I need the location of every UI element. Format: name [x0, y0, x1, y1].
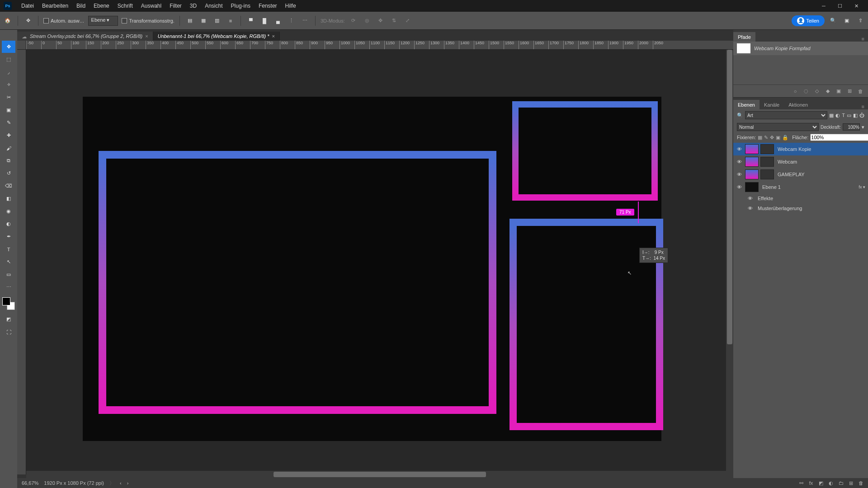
effect-item[interactable]: 👁Musterüberlagerung: [733, 203, 868, 213]
artboard[interactable]: 71 Px: [83, 97, 661, 441]
clone-stamp-tool[interactable]: ⧉: [2, 155, 15, 167]
workspace-icon[interactable]: ▣: [842, 16, 852, 26]
align-top-icon[interactable]: ▀: [246, 16, 256, 26]
menu-ebene[interactable]: Ebene: [90, 3, 113, 9]
distribute-v-icon[interactable]: ⋮: [287, 16, 297, 26]
menu-auswahl[interactable]: Auswahl: [137, 3, 165, 9]
lock-pixels-icon[interactable]: ▦: [758, 134, 762, 141]
opacity-dropdown-icon[interactable]: ▾: [862, 124, 864, 130]
selection-to-path-icon[interactable]: ◆: [824, 87, 832, 95]
move-tool[interactable]: ✥: [2, 41, 15, 53]
minimize-button[interactable]: ─: [816, 0, 832, 12]
lock-position-icon[interactable]: ✎: [764, 134, 768, 141]
auto-select-target-dropdown[interactable]: Ebene ▾: [88, 16, 118, 26]
layer-name[interactable]: Ebene 1: [760, 184, 857, 190]
ruler-origin[interactable]: [17, 41, 26, 50]
new-group-icon[interactable]: 🗀: [837, 479, 844, 487]
delete-layer-icon[interactable]: 🗑: [857, 479, 864, 487]
tab-kanäle[interactable]: Kanäle: [760, 100, 784, 109]
home-icon[interactable]: 🏠: [3, 16, 13, 26]
layer-style-icon[interactable]: fx: [807, 479, 815, 487]
eyedropper-tool[interactable]: ✎: [2, 117, 15, 129]
add-mask-icon[interactable]: ◩: [817, 479, 825, 487]
foreground-color[interactable]: [2, 297, 10, 305]
layer-thumbnail[interactable]: [745, 157, 759, 167]
type-tool[interactable]: T: [2, 243, 15, 255]
rectangle-tool[interactable]: ▭: [2, 268, 15, 281]
frame-tool[interactable]: ▣: [2, 104, 15, 116]
menu-ansicht[interactable]: Ansicht: [201, 3, 226, 9]
adjustment-layer-icon[interactable]: ◐: [827, 479, 835, 487]
menu-fenster[interactable]: Fenster: [255, 3, 281, 9]
status-next-icon[interactable]: ›: [127, 480, 129, 486]
search-icon[interactable]: 🔍: [828, 16, 838, 26]
menu-plug-ins[interactable]: Plug-ins: [227, 3, 255, 9]
lasso-tool[interactable]: ◞: [2, 66, 15, 78]
filter-toggle-icon[interactable]: ⏻: [859, 113, 864, 118]
layer-name[interactable]: Webcam Kopie: [776, 146, 866, 152]
delete-path-icon[interactable]: 🗑: [856, 87, 864, 95]
align-center-h-icon[interactable]: ▦: [198, 16, 208, 26]
search-icon[interactable]: 🔍: [737, 113, 743, 118]
lock-all-icon[interactable]: 🔒: [782, 134, 788, 141]
panel-menu-icon[interactable]: ≡: [858, 36, 868, 42]
path-to-selection-icon[interactable]: ◇: [813, 87, 821, 95]
gradient-tool[interactable]: ◧: [2, 192, 15, 205]
close-tab-icon[interactable]: ×: [145, 33, 148, 39]
panel-menu-icon[interactable]: ≡: [858, 104, 868, 109]
color-swatches[interactable]: [2, 297, 15, 310]
layer-filter-dropdown[interactable]: Art: [745, 111, 827, 119]
align-center-v-icon[interactable]: █: [259, 16, 269, 26]
lock-move-icon[interactable]: ✥: [770, 134, 774, 141]
fx-badge[interactable]: fx ▾: [859, 185, 866, 189]
frame-gameplay[interactable]: [99, 151, 496, 414]
share-button[interactable]: 👤Teilen: [792, 15, 825, 26]
path-selection-tool[interactable]: ↖: [2, 256, 15, 268]
screen-mode-tool[interactable]: ⛶: [2, 326, 15, 338]
history-brush-tool[interactable]: ↺: [2, 167, 15, 179]
align-bottom-icon[interactable]: ▄: [273, 16, 283, 26]
marquee-tool[interactable]: ⬚: [2, 53, 15, 66]
visibility-toggle-icon[interactable]: 👁: [735, 146, 743, 152]
layer-thumbnail[interactable]: [745, 144, 759, 154]
filter-shape-icon[interactable]: ▭: [847, 113, 851, 118]
layer-row[interactable]: 👁Webcam Kopie: [733, 143, 868, 155]
visibility-toggle-icon[interactable]: 👁: [746, 206, 754, 211]
visibility-toggle-icon[interactable]: 👁: [735, 184, 743, 190]
distribute-h-icon[interactable]: ≡: [226, 16, 236, 26]
fill-path-icon[interactable]: ○: [791, 87, 799, 95]
eraser-tool[interactable]: ⌫: [2, 180, 15, 192]
menu-3d[interactable]: 3D: [186, 3, 201, 9]
new-path-icon[interactable]: ⊞: [845, 87, 854, 95]
filter-image-icon[interactable]: ▦: [829, 113, 834, 118]
menu-schrift[interactable]: Schrift: [113, 3, 137, 9]
auto-select-checkbox[interactable]: Autom. ausw…: [43, 18, 85, 23]
add-mask-icon[interactable]: ▣: [835, 87, 843, 95]
new-layer-icon[interactable]: ⊞: [847, 479, 854, 487]
blend-mode-dropdown[interactable]: Normal: [737, 123, 819, 131]
document-info[interactable]: 1920 Px x 1080 Px (72 ppi): [44, 480, 104, 486]
zoom-level[interactable]: 66,67%: [22, 480, 38, 486]
maximize-button[interactable]: ☐: [832, 0, 848, 12]
menu-hilfe[interactable]: Hilfe: [281, 3, 300, 9]
canvas-area[interactable]: 71 Px: [26, 50, 733, 474]
document-tab[interactable]: Unbenannt-1 bei 66,7% (Webcam Kopie, RGB…: [153, 32, 280, 41]
lock-artboard-icon[interactable]: ▣: [776, 134, 780, 141]
frame-webcam[interactable]: [512, 101, 658, 201]
hand-tool[interactable]: ⋯: [2, 281, 15, 293]
vertical-scrollbar[interactable]: [726, 50, 733, 471]
menu-filter[interactable]: Filter: [165, 3, 186, 9]
close-button[interactable]: ✕: [848, 0, 864, 12]
filter-type-icon[interactable]: T: [842, 113, 845, 118]
tab-ebenen[interactable]: Ebenen: [733, 100, 760, 109]
layer-row[interactable]: 👁Webcam: [733, 155, 868, 168]
move-tool-icon[interactable]: ✥: [23, 16, 33, 26]
brush-tool[interactable]: 🖌: [2, 142, 15, 154]
tab-aktionen[interactable]: Aktionen: [784, 100, 812, 109]
layer-name[interactable]: GAMEPLAY: [776, 172, 866, 177]
horizontal-scrollbar[interactable]: [26, 471, 733, 478]
layer-thumbnail[interactable]: [745, 169, 759, 179]
status-prev-icon[interactable]: ‹: [120, 480, 122, 486]
align-left-icon[interactable]: ▤: [185, 16, 195, 26]
visibility-toggle-icon[interactable]: 👁: [735, 159, 743, 164]
